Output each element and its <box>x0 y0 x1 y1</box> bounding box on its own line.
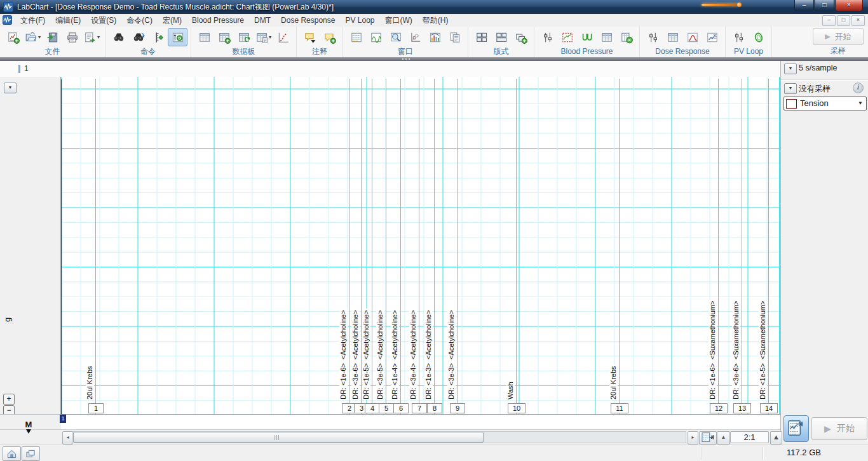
menu-item[interactable]: Dose Response <box>276 14 340 27</box>
new-document-button[interactable] <box>3 28 23 46</box>
comment-marker-7[interactable]: 7 <box>412 403 427 413</box>
marker-tool[interactable]: M <box>22 420 36 436</box>
channel-dropdown-button[interactable]: ▼ <box>784 83 797 94</box>
recompute-button[interactable] <box>234 28 254 46</box>
comment-marker-5[interactable]: 5 <box>379 403 394 413</box>
close-button[interactable]: × <box>835 0 863 11</box>
copy-data-button[interactable] <box>445 28 465 46</box>
scale-zoom-in-button[interactable]: + <box>3 394 15 405</box>
bp-waves-button[interactable] <box>577 28 597 46</box>
minimize-button[interactable]: – <box>794 0 814 11</box>
xy-view-button[interactable] <box>405 28 425 46</box>
toolbar-group: ▾▾文件 <box>0 27 105 57</box>
menu-item[interactable]: 编辑(E) <box>50 14 86 27</box>
menu-item[interactable]: 命令(C) <box>121 14 158 27</box>
schedule-button[interactable]: ▾ <box>254 28 273 46</box>
scope-view-button[interactable] <box>366 28 386 46</box>
dr-plot-button[interactable] <box>702 28 722 46</box>
comment-marker-1[interactable]: 1 <box>88 403 104 413</box>
home-button[interactable] <box>3 446 21 461</box>
bp-selection-button[interactable] <box>557 28 577 46</box>
compression-increase-button[interactable]: ▲ <box>770 431 782 444</box>
toolbar-icon-row <box>538 27 636 47</box>
title-bar[interactable]: LabChart - [Dose Response Demo - Toad Re… <box>0 0 868 15</box>
chevron-down-icon: ▼ <box>858 100 863 106</box>
start-button-bottom[interactable]: ▶ 开始 <box>811 417 867 440</box>
channel-select[interactable]: Tension ▼ <box>783 97 867 110</box>
cascade-windows-button[interactable] <box>22 446 40 461</box>
find-button[interactable] <box>109 28 128 46</box>
menu-item[interactable]: Blood Pressure <box>187 14 249 27</box>
menu-item[interactable]: 文件(F) <box>15 14 50 27</box>
menu-item[interactable]: 帮助(H) <box>417 14 454 27</box>
info-icon[interactable]: i <box>853 83 864 93</box>
print-button[interactable] <box>62 28 82 46</box>
layout-quad-button[interactable] <box>471 28 491 46</box>
comment-marker-6[interactable]: 6 <box>393 403 409 413</box>
pv-settings-button[interactable] <box>729 28 749 46</box>
export-button[interactable]: ▾ <box>82 28 102 46</box>
horizontal-scroll-row: ◂ ▸ ▲ 2:1 ▲ <box>0 429 780 444</box>
mdi-minimize-button[interactable]: – <box>822 15 836 26</box>
menu-items: 文件(F)编辑(E)设置(S)命令(C)宏(M)Blood PressureDM… <box>15 14 453 27</box>
rate-dropdown-button[interactable]: ▼ <box>784 63 797 74</box>
layout-triple-button[interactable] <box>491 28 511 46</box>
save-button[interactable] <box>43 28 62 46</box>
block-start-fl[interactable]: 1 <box>60 415 66 423</box>
add-to-data-pad-button[interactable] <box>214 28 234 46</box>
comment-marker-9[interactable]: 9 <box>450 403 465 413</box>
compression-ratio[interactable]: 2:1 <box>730 431 769 443</box>
menu-item[interactable]: PV Loop <box>340 14 379 27</box>
chart-view-button[interactable] <box>346 28 366 46</box>
bp-waves-icon <box>581 31 593 44</box>
sample-rate-label: 5 s/sample <box>799 63 837 72</box>
data-pad-icon <box>198 31 211 44</box>
menu-item[interactable]: 窗口(W) <box>379 14 417 27</box>
compression-decrease-button[interactable]: ▲ <box>717 431 730 444</box>
scaling-button[interactable] <box>168 28 187 46</box>
toolbar-icon-row <box>346 27 465 47</box>
open-file-button[interactable]: ▾ <box>23 28 43 46</box>
menu-item[interactable]: 设置(S) <box>86 14 121 27</box>
menu-item[interactable]: 宏(M) <box>158 14 187 27</box>
scroll-left-button[interactable]: ◂ <box>62 431 73 444</box>
comment-marker-13[interactable]: 13 <box>733 403 751 413</box>
mdi-restore-button[interactable]: □ <box>837 15 850 26</box>
comment-marker-4[interactable]: 4 <box>365 403 380 413</box>
zoom-view-button[interactable] <box>386 28 405 46</box>
add-comment-button[interactable] <box>320 28 339 46</box>
new-layout-button[interactable] <box>511 28 531 46</box>
time-cursor-line[interactable] <box>61 79 62 414</box>
spectrum-view-button[interactable] <box>425 28 445 46</box>
comment-marker-14[interactable]: 14 <box>760 403 778 413</box>
scroll-view-button[interactable] <box>783 415 809 442</box>
menu-item[interactable]: DMT <box>249 14 276 27</box>
start-sampling-button[interactable]: ▶ 开始 <box>813 28 864 45</box>
scroll-right-button[interactable]: ▸ <box>688 431 698 444</box>
chart-plot-area[interactable]: #a90d16" stroke-width="1.2" stroke-linej… <box>61 77 780 414</box>
units-button[interactable] <box>148 28 168 46</box>
comment-marker-11[interactable]: 11 <box>611 403 628 413</box>
go-to-end-button[interactable] <box>699 431 717 444</box>
layout-triple-icon <box>495 31 508 44</box>
pv-loop-button[interactable] <box>749 28 768 46</box>
bp-calculate-button[interactable] <box>616 28 636 46</box>
comment-marker-10[interactable]: 10 <box>508 403 526 413</box>
dr-table-button[interactable] <box>663 28 682 46</box>
mdi-close-button[interactable]: × <box>851 15 865 26</box>
select-button[interactable] <box>128 28 148 46</box>
channel-options-button[interactable]: ▼ <box>4 83 17 93</box>
comment-marker-8[interactable]: 8 <box>427 403 442 413</box>
bp-settings-button[interactable] <box>538 28 557 46</box>
dr-curve-button[interactable] <box>682 28 702 46</box>
maximize-button[interactable]: □ <box>815 0 834 11</box>
bp-table-button[interactable] <box>597 28 616 46</box>
chart-view-icon <box>350 31 363 44</box>
scrollbar-track[interactable] <box>72 431 686 443</box>
scrollbar-thumb[interactable] <box>73 432 484 443</box>
comment-marker-12[interactable]: 12 <box>710 403 728 413</box>
comment-menu-button[interactable] <box>300 28 320 46</box>
dose-curve-button[interactable] <box>273 28 293 46</box>
dr-settings-button[interactable] <box>643 28 663 46</box>
data-pad-button[interactable] <box>194 28 214 46</box>
